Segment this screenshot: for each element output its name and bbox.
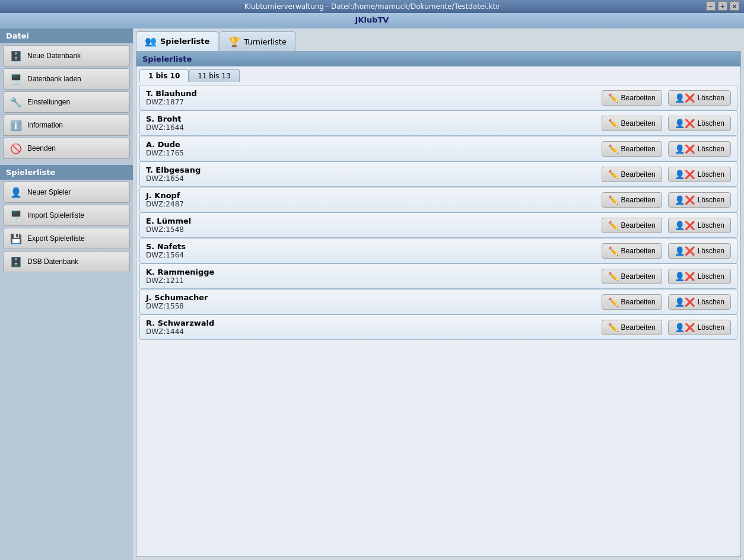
content-area: 👥 Spielerliste 🏆 Turnierliste Spielerlis… [133,28,744,560]
exit-icon: 🚫 [9,142,23,155]
database-load-icon: 🖥️ [9,72,23,85]
loeschen-button[interactable]: 👤❌Löschen [668,243,731,259]
player-info: R. SchwarzwaldDWZ:1444 [146,319,596,336]
window-controls: − + × [706,1,739,11]
sidebar-item-export-spielerliste[interactable]: 💾 Export Spielerliste [3,228,130,249]
datenbank-laden-label: Datenbank laden [27,75,81,83]
delete-icon: 👤❌ [675,170,695,179]
window-title: Klubturnierverwaltung - Datei:/home/mamu… [244,2,500,11]
delete-icon: 👤❌ [675,246,695,256]
tab-spielerliste-label: Spielerliste [160,37,209,46]
sidebar: Datei 🗄️ Neue Datenbank 🖥️ Datenbank lad… [0,28,133,560]
information-label: Information [27,121,63,129]
player-dwz: DWZ:1564 [146,251,596,259]
sidebar-item-dsb-datenbank[interactable]: 🗄️ DSB Datenbank [3,251,130,272]
loeschen-button[interactable]: 👤❌Löschen [668,218,731,233]
player-name: A. Dude [146,140,596,149]
info-icon: ℹ️ [9,119,23,132]
minimize-button[interactable]: − [706,1,716,11]
sidebar-item-information[interactable]: ℹ️ Information [3,114,130,136]
player-name: R. Schwarzwald [146,319,596,327]
loeschen-label: Löschen [698,170,724,179]
player-row: R. SchwarzwaldDWZ:1444✏️Bearbeiten👤❌Lösc… [139,314,737,340]
sidebar-item-beenden[interactable]: 🚫 Beenden [3,138,130,159]
bearbeiten-button[interactable]: ✏️Bearbeiten [602,192,662,208]
settings-icon: 🔧 [9,96,23,109]
player-name: S. Nafets [146,242,596,251]
player-row: T. ElbgesangDWZ:1654✏️Bearbeiten👤❌Lösche… [139,161,737,187]
sidebar-item-datenbank-laden[interactable]: 🖥️ Datenbank laden [3,68,130,90]
delete-icon: 👤❌ [675,195,695,205]
loeschen-label: Löschen [698,119,724,128]
edit-icon: ✏️ [608,272,618,281]
player-info: E. LümmelDWZ:1548 [146,217,596,234]
panel-header: Spielerliste [136,52,740,66]
loeschen-button[interactable]: 👤❌Löschen [668,141,731,157]
player-rows-container: T. BlauhundDWZ:1877✏️Bearbeiten👤❌Löschen… [139,85,737,340]
bearbeiten-label: Bearbeiten [621,272,656,281]
dsb-icon: 🗄️ [9,255,23,268]
player-dwz: DWZ:1548 [146,225,596,234]
database-add-icon: 🗄️ [9,49,23,62]
maximize-button[interactable]: + [718,1,727,11]
bearbeiten-button[interactable]: ✏️Bearbeiten [602,320,662,335]
bearbeiten-button[interactable]: ✏️Bearbeiten [602,167,662,182]
page-tabs: 1 bis 10 11 bis 13 [136,66,740,82]
delete-icon: 👤❌ [675,144,695,154]
player-row: T. BlauhundDWZ:1877✏️Bearbeiten👤❌Löschen [139,85,737,110]
close-button[interactable]: × [730,1,739,11]
tab-turnierliste[interactable]: 🏆 Turnierliste [220,31,295,51]
bearbeiten-button[interactable]: ✏️Bearbeiten [602,294,662,310]
sidebar-item-neue-datenbank[interactable]: 🗄️ Neue Datenbank [3,45,130,66]
player-dwz: DWZ:1558 [146,302,596,310]
player-dwz: DWZ:1444 [146,327,596,336]
player-dwz: DWZ:1654 [146,174,596,183]
player-row: J. KnopfDWZ:2487✏️Bearbeiten👤❌Löschen [139,187,737,212]
loeschen-button[interactable]: 👤❌Löschen [668,320,731,335]
loeschen-button[interactable]: 👤❌Löschen [668,294,731,310]
tab-turnierliste-label: Turnierliste [244,37,287,46]
neuer-spieler-label: Neuer Spieler [27,188,71,196]
player-dwz: DWZ:1765 [146,149,596,157]
bearbeiten-button[interactable]: ✏️Bearbeiten [602,269,662,284]
page-tab-11-13[interactable]: 11 bis 13 [189,69,239,82]
player-info: S. NafetsDWZ:1564 [146,242,596,259]
loeschen-label: Löschen [698,247,724,255]
delete-icon: 👤❌ [675,323,695,332]
bearbeiten-button[interactable]: ✏️Bearbeiten [602,116,662,131]
player-info: J. KnopfDWZ:2487 [146,191,596,208]
sidebar-item-einstellungen[interactable]: 🔧 Einstellungen [3,91,130,113]
page-tab-1-10[interactable]: 1 bis 10 [139,69,189,82]
tab-bar: 👥 Spielerliste 🏆 Turnierliste [136,31,741,51]
delete-icon: 👤❌ [675,272,695,281]
bearbeiten-label: Bearbeiten [621,323,656,332]
loeschen-label: Löschen [698,298,724,306]
bearbeiten-label: Bearbeiten [621,196,656,204]
loeschen-button[interactable]: 👤❌Löschen [668,116,731,131]
player-name: T. Elbgesang [146,166,596,174]
bearbeiten-button[interactable]: ✏️Bearbeiten [602,218,662,233]
player-info: J. SchumacherDWZ:1558 [146,293,596,310]
bearbeiten-label: Bearbeiten [621,94,656,102]
tab-spielerliste[interactable]: 👥 Spielerliste [136,31,218,51]
edit-icon: ✏️ [608,246,618,256]
loeschen-button[interactable]: 👤❌Löschen [668,269,731,284]
sidebar-item-import-spielerliste[interactable]: 🖥️ Import Spielerliste [3,205,130,226]
bearbeiten-button[interactable]: ✏️Bearbeiten [602,90,662,106]
loeschen-button[interactable]: 👤❌Löschen [668,167,731,182]
bearbeiten-button[interactable]: ✏️Bearbeiten [602,243,662,259]
player-list: T. BlauhundDWZ:1877✏️Bearbeiten👤❌Löschen… [136,82,740,556]
loeschen-button[interactable]: 👤❌Löschen [668,192,731,208]
beenden-label: Beenden [27,144,56,152]
sidebar-item-neuer-spieler[interactable]: 👤 Neuer Spieler [3,182,130,203]
bearbeiten-label: Bearbeiten [621,221,656,230]
edit-icon: ✏️ [608,170,618,179]
export-icon: 💾 [9,232,23,245]
player-row: J. SchumacherDWZ:1558✏️Bearbeiten👤❌Lösch… [139,289,737,314]
loeschen-button[interactable]: 👤❌Löschen [668,90,731,106]
player-info: K. RammeniggeDWZ:1211 [146,268,596,285]
bearbeiten-label: Bearbeiten [621,170,656,179]
edit-icon: ✏️ [608,144,618,154]
bearbeiten-button[interactable]: ✏️Bearbeiten [602,141,662,157]
loeschen-label: Löschen [698,145,724,153]
